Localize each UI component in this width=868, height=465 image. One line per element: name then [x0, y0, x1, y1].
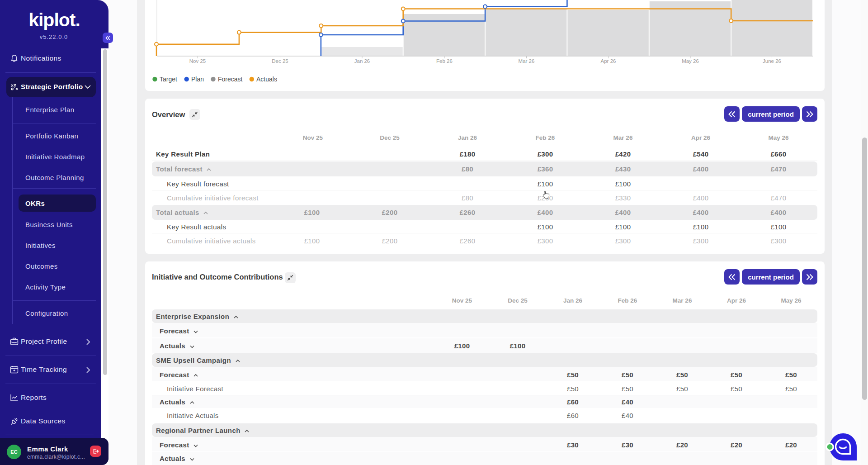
svg-text:Forecast: Forecast: [218, 76, 243, 83]
svg-text:June 26: June 26: [763, 58, 781, 64]
svg-text:May 26: May 26: [682, 58, 699, 64]
svg-text:Actuals: Actuals: [256, 76, 277, 83]
svg-text:Apr 26: Apr 26: [601, 58, 616, 64]
svg-text:Plan: Plan: [191, 76, 204, 83]
svg-text:Target: Target: [160, 76, 177, 83]
svg-text:Nov 25: Nov 25: [189, 58, 206, 64]
svg-text:Dec 25: Dec 25: [272, 58, 288, 64]
svg-text:Feb 26: Feb 26: [436, 58, 453, 64]
svg-text:Jan 26: Jan 26: [354, 58, 370, 64]
svg-text:Mar 26: Mar 26: [519, 58, 535, 64]
